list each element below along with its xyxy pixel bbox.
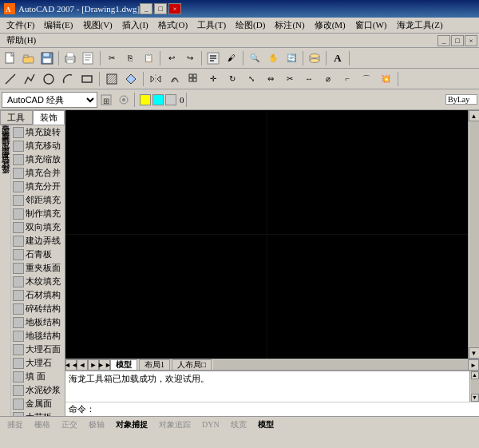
orbit-button[interactable]: 🔄 (283, 50, 300, 67)
save-button[interactable] (38, 50, 56, 67)
menu-format[interactable]: 格式(O) (153, 18, 192, 33)
redo-button[interactable]: ↪ (181, 50, 199, 67)
cmd-scroll-track[interactable] (471, 379, 479, 394)
line-button[interactable] (2, 70, 19, 88)
status-model[interactable]: 模型 (254, 418, 278, 431)
copy-button[interactable]: ⎘ (121, 50, 139, 67)
nav-prev[interactable]: ◄ (77, 359, 88, 371)
circle-button[interactable] (40, 70, 57, 88)
scale-button[interactable]: ⤡ (243, 70, 260, 88)
menu-window[interactable]: 窗口(W) (350, 18, 392, 33)
list-item[interactable]: 木纹填充 (11, 275, 65, 288)
move-button[interactable]: ✛ (204, 70, 222, 88)
scroll-up-button[interactable]: ▲ (469, 110, 480, 121)
menu-insert[interactable]: 插入(I) (117, 18, 153, 33)
list-item[interactable]: 石材填构 (11, 288, 65, 302)
cut-button[interactable]: ✂ (103, 50, 121, 67)
stretch-button[interactable]: ⇔ (262, 70, 279, 88)
region-button[interactable] (122, 70, 140, 88)
canvas-area[interactable] (65, 110, 468, 359)
command-input[interactable] (95, 405, 476, 414)
polyline-button[interactable] (21, 70, 38, 88)
match-button[interactable]: 🖌 (223, 50, 240, 67)
scroll-right-button[interactable]: ► (468, 359, 479, 371)
list-item[interactable]: 填 面 (11, 370, 65, 383)
menu-help[interactable]: 帮助(H) (2, 33, 41, 48)
fillet-button[interactable]: ⌒ (358, 70, 375, 88)
extend-button[interactable]: ↔ (300, 70, 318, 88)
workspace-dropdown[interactable]: AutoCAD 经典 (2, 92, 97, 108)
nav-first[interactable]: ◄◄ (65, 359, 77, 371)
menu-tools[interactable]: 工具(T) (192, 18, 231, 33)
status-otrack[interactable]: 对象追踪 (155, 418, 195, 431)
tab-layout1[interactable]: 布局1 (139, 359, 170, 371)
rotate-button[interactable]: ↻ (224, 70, 241, 88)
list-item[interactable]: 双向填充 (11, 220, 65, 234)
tab-layout-add[interactable]: 人布局□ (172, 359, 212, 371)
paste-button[interactable]: 📋 (140, 50, 157, 67)
array-button[interactable] (185, 70, 203, 88)
menu-view[interactable]: 视图(V) (78, 18, 117, 33)
list-item[interactable]: 重夹板面 (11, 261, 65, 275)
list-item[interactable]: 邻距填充 (11, 193, 65, 207)
open-button[interactable] (20, 50, 38, 67)
cmd-scroll-up[interactable]: ▲ (471, 371, 479, 379)
status-grid[interactable]: 栅格 (30, 418, 54, 431)
trim-button[interactable]: ✂ (281, 70, 299, 88)
list-item[interactable]: 水泥砂浆 (11, 383, 65, 397)
list-item[interactable]: 地板结构 (11, 315, 65, 329)
menu-modify[interactable]: 修改(M) (310, 18, 350, 33)
list-item[interactable]: 石青板 (11, 248, 65, 261)
properties-button[interactable] (204, 50, 222, 67)
status-ortho[interactable]: 正交 (57, 418, 81, 431)
status-snap[interactable]: 捕捉 (3, 418, 27, 431)
tab-decorate[interactable]: 装饰 (33, 110, 65, 125)
break-button[interactable]: ⌀ (319, 70, 337, 88)
list-item[interactable]: 地毯结构 (11, 329, 65, 343)
maximize-button[interactable]: □ (154, 3, 167, 14)
list-item[interactable]: 填充合并 (11, 166, 65, 180)
nav-last[interactable]: ►► (99, 359, 110, 371)
hatch-button[interactable] (103, 70, 121, 88)
text-style-button[interactable]: A (329, 50, 346, 67)
menu-draw[interactable]: 绘图(D) (231, 18, 270, 33)
list-item[interactable]: 填充移动 (11, 139, 65, 153)
pan-button[interactable]: ✋ (264, 50, 282, 67)
list-item[interactable]: 金属面 (11, 397, 65, 410)
mirror-button[interactable] (147, 70, 164, 88)
list-item[interactable]: 大理石面 (11, 343, 65, 356)
list-item[interactable]: 填充旋转 (11, 125, 65, 139)
arc-button[interactable] (59, 70, 77, 88)
color-swatch3[interactable] (165, 94, 176, 105)
menu-file[interactable]: 文件(F) (2, 18, 39, 33)
status-polar[interactable]: 极轴 (85, 418, 109, 431)
status-osnap[interactable]: 对象捕捉 (112, 418, 152, 431)
color-swatch[interactable] (140, 94, 151, 105)
workspace-settings[interactable] (115, 91, 133, 109)
menu-dimension[interactable]: 标注(N) (270, 18, 309, 33)
explode-button[interactable]: 💥 (377, 70, 394, 88)
close-button[interactable]: × (168, 3, 181, 14)
scroll-track-v[interactable] (469, 121, 479, 347)
layer-button[interactable] (306, 50, 323, 67)
list-item[interactable]: 碎砖结构 (11, 302, 65, 315)
inner-restore[interactable]: □ (451, 35, 464, 46)
inner-close[interactable]: × (465, 35, 477, 46)
section-sys[interactable]: 系统 (0, 178, 10, 183)
status-lw[interactable]: 线宽 (227, 418, 251, 431)
list-item[interactable]: 大理石 (11, 356, 65, 370)
inner-minimize[interactable]: _ (437, 35, 450, 46)
tab-tools[interactable]: 工具 (0, 110, 33, 125)
list-item[interactable]: 填充分开 (11, 180, 65, 193)
menu-edit[interactable]: 编辑(E) (39, 18, 77, 33)
status-dyn[interactable]: DYN (198, 418, 224, 431)
print-button[interactable] (61, 50, 79, 67)
list-item[interactable]: 大芯板 (11, 410, 65, 416)
scroll-track-h[interactable] (213, 360, 468, 370)
new-button[interactable] (2, 50, 19, 67)
list-item[interactable]: 建边弄线 (11, 234, 65, 248)
cmd-scroll-down[interactable]: ▼ (471, 394, 479, 402)
menu-hailong[interactable]: 海龙工具(Z) (392, 18, 448, 33)
list-item[interactable]: 制作填充 (11, 207, 65, 220)
undo-button[interactable]: ↩ (163, 50, 180, 67)
